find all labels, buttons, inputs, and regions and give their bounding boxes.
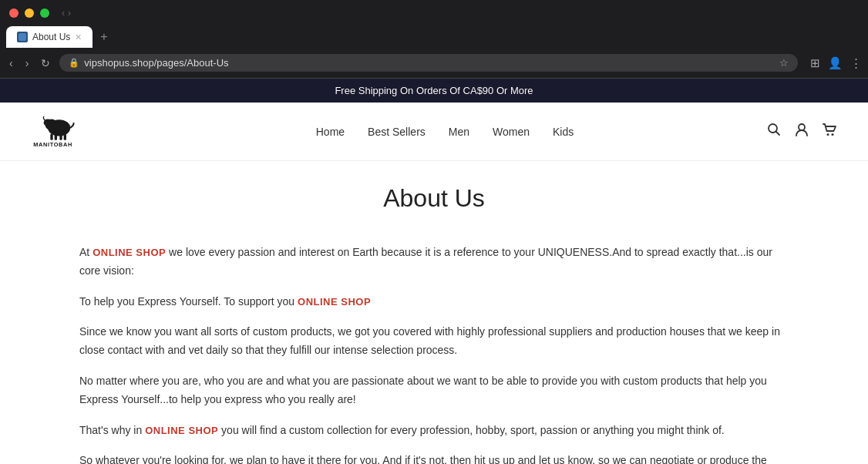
nav-forward-btn[interactable]: › <box>22 54 32 72</box>
svg-rect-4 <box>50 134 52 140</box>
tab-favicon <box>17 32 28 42</box>
para-2-highlight: ONLINE SHOP <box>298 296 371 308</box>
main-nav: Home Best Sellers Men Women Kids <box>123 126 766 138</box>
nav-back-btn[interactable]: ‹ <box>6 54 16 72</box>
profile-icon[interactable]: 👤 <box>828 56 843 70</box>
win-minimize-btn[interactable] <box>25 8 34 18</box>
win-maximize-btn[interactable] <box>40 8 49 18</box>
para-5-suffix: you will find a custom collection for ev… <box>218 424 725 436</box>
tab-close-btn[interactable]: ✕ <box>75 32 82 42</box>
nav-reload-btn[interactable]: ↻ <box>38 54 53 72</box>
para-2: To help you Express Yourself. To support… <box>79 293 789 311</box>
logo-area[interactable]: MANITOBAH <box>31 110 93 153</box>
tab-nav-arrows: ‹ › <box>62 8 71 18</box>
para-5-prefix: That's why in <box>79 424 145 436</box>
browser-top-bar: ‹ › <box>0 0 868 26</box>
nav-men[interactable]: Men <box>449 126 469 138</box>
account-icon[interactable] <box>794 122 809 141</box>
url-text: vipshopus.shop/pages/About-Us <box>84 57 228 69</box>
para-1-highlight: ONLINE SHOP <box>93 247 166 258</box>
logo-svg: MANITOBAH <box>31 110 93 153</box>
tab-title: About Us <box>32 32 70 42</box>
para-2-prefix: To help you Express Yourself. To support… <box>79 295 298 308</box>
para-1-prefix: At <box>79 246 93 258</box>
address-bar-actions: ☆ <box>779 57 789 69</box>
win-close-btn[interactable] <box>9 8 19 18</box>
browser-tab-active[interactable]: About Us ✕ <box>6 26 93 48</box>
svg-rect-6 <box>59 134 62 140</box>
nav-best-sellers[interactable]: Best Sellers <box>368 126 426 138</box>
menu-icon[interactable]: ⋮ <box>850 56 862 70</box>
para-4: No matter where you are, who you are and… <box>79 372 789 409</box>
svg-point-13 <box>832 133 834 136</box>
para-4-text: No matter where you are, who you are and… <box>79 375 767 405</box>
para-6: So whatever you're looking for, we plan … <box>79 452 789 464</box>
svg-point-11 <box>799 124 805 130</box>
announcement-bar: Free Shipping On Orders Of CA$90 Or More <box>0 79 868 103</box>
para-5-highlight: ONLINE SHOP <box>145 425 218 436</box>
browser-address-row: ‹ › ↻ 🔒 vipshopus.shop/pages/About-Us ☆ … <box>0 48 868 79</box>
page-content: About Us At ONLINE SHOP we love every pa… <box>49 161 819 464</box>
page-title: About Us <box>79 184 789 213</box>
about-text-block: At ONLINE SHOP we love every passion and… <box>79 244 789 464</box>
announcement-text: Free Shipping On Orders Of CA$90 Or More <box>335 85 533 96</box>
para-1: At ONLINE SHOP we love every passion and… <box>79 244 789 281</box>
para-6-text: So whatever you're looking for, we plan … <box>79 454 767 464</box>
new-tab-btn[interactable]: + <box>93 30 115 44</box>
favicon-icon <box>19 33 26 41</box>
svg-rect-7 <box>64 134 66 140</box>
svg-rect-0 <box>19 33 26 41</box>
search-icon[interactable] <box>766 122 782 141</box>
nav-women[interactable]: Women <box>493 126 530 138</box>
svg-line-10 <box>776 132 780 136</box>
browser-toolbar-icons: ⊞ 👤 ⋮ <box>810 56 862 70</box>
svg-rect-5 <box>55 134 57 140</box>
page-wrapper: Free Shipping On Orders Of CA$90 Or More… <box>0 79 868 464</box>
svg-text:MANITOBAH: MANITOBAH <box>33 142 72 149</box>
bookmark-icon[interactable]: ☆ <box>779 57 789 69</box>
para-1-suffix: we love every passion and interest on Ea… <box>79 246 772 277</box>
cart-icon[interactable] <box>822 122 837 141</box>
para-3-text: Since we know you want all sorts of cust… <box>79 325 780 356</box>
lock-icon: 🔒 <box>69 58 79 68</box>
para-5: That's why in ONLINE SHOP you will find … <box>79 422 789 440</box>
para-3: Since we know you want all sorts of cust… <box>79 323 789 360</box>
nav-home[interactable]: Home <box>316 126 345 138</box>
nav-kids[interactable]: Kids <box>553 126 574 138</box>
header-icons <box>766 122 837 141</box>
site-header: MANITOBAH Home Best Sellers Men Women Ki… <box>0 103 868 161</box>
browser-tab-row: About Us ✕ + <box>0 26 868 48</box>
svg-point-12 <box>827 133 829 136</box>
extensions-icon[interactable]: ⊞ <box>810 56 820 70</box>
address-bar[interactable]: 🔒 vipshopus.shop/pages/About-Us ☆ <box>59 54 798 72</box>
